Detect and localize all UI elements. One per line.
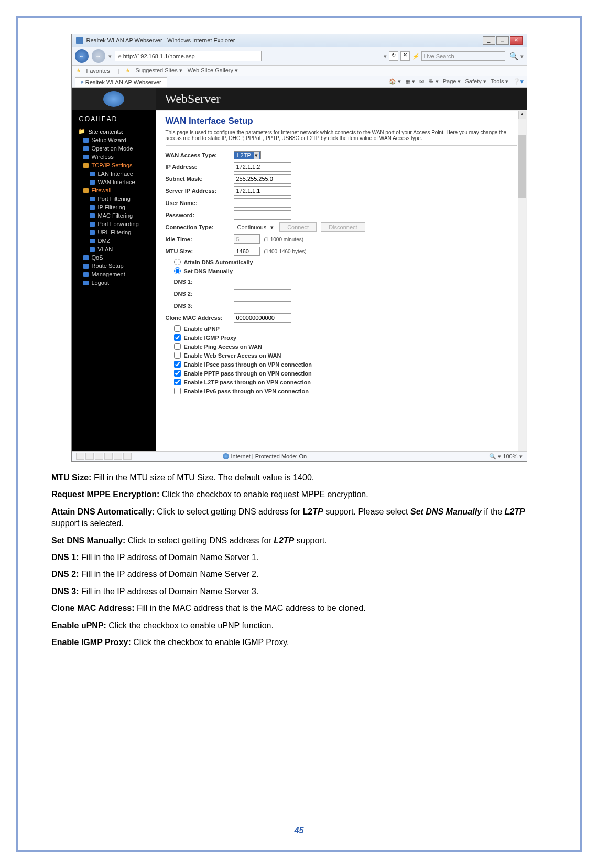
sidebar-item-port-filtering[interactable]: Port Filtering	[74, 195, 154, 203]
sidebar-item-tcpip[interactable]: TCP/IP Settings	[74, 161, 154, 169]
dns1-input[interactable]	[234, 277, 291, 286]
sidebar-item-vlan[interactable]: VLAN	[74, 245, 154, 253]
mtu-size-input[interactable]	[234, 247, 260, 256]
enable-upnp-label: Enable uPNP	[184, 326, 220, 332]
content-desc: This page is used to configure the param…	[166, 130, 517, 146]
disconnect-button[interactable]: Disconnect	[321, 222, 365, 232]
enable-ipsec-checkbox[interactable]	[174, 361, 181, 368]
suggested-sites-link[interactable]: Suggested Sites ▾	[136, 67, 182, 74]
close-button[interactable]: ✕	[510, 36, 523, 45]
sidebar: GOAHEAD 📁 Site contents: Setup Wizard Op…	[72, 110, 156, 451]
safety-menu[interactable]: Safety ▾	[465, 78, 486, 85]
feeds-icon[interactable]: ▦ ▾	[405, 78, 415, 85]
sidebar-item-wan[interactable]: WAN Interface	[74, 178, 154, 186]
zoom-level[interactable]: 100%	[503, 453, 517, 459]
username-input[interactable]	[234, 198, 291, 208]
back-button[interactable]: ←	[75, 49, 89, 63]
sidebar-item-wireless[interactable]: Wireless	[74, 153, 154, 161]
favorites-bar: ★ Favorites | ★ Suggested Sites ▾ Web Sl…	[72, 66, 527, 76]
mtu-size-hint: (1400-1460 bytes)	[264, 249, 307, 254]
globe-icon	[103, 91, 124, 107]
window-title: Realtek WLAN AP Webserver - Windows Inte…	[86, 37, 235, 44]
browser-tab[interactable]: e Realtek WLAN AP Webserver	[75, 77, 167, 87]
enable-web-checkbox[interactable]	[174, 352, 181, 359]
goahead-logo: GOAHEAD	[74, 113, 154, 127]
page-number: 45	[18, 826, 580, 835]
password-input[interactable]	[234, 210, 291, 220]
sidebar-item-lan[interactable]: LAN Interface	[74, 169, 154, 178]
sidebar-item-route-setup[interactable]: Route Setup	[74, 262, 154, 270]
home-icon[interactable]: 🏠 ▾	[389, 78, 401, 85]
conn-type-select[interactable]: Continuous▾	[234, 223, 276, 231]
favorites-label[interactable]: Favorites	[86, 68, 110, 74]
scroll-up-icon[interactable]: ▴	[518, 111, 526, 119]
enable-igmp-label: Enable IGMP Proxy	[184, 335, 237, 341]
maximize-button[interactable]: □	[496, 36, 509, 45]
help-icon[interactable]: ❔▾	[513, 78, 524, 85]
ip-address-input[interactable]	[234, 162, 291, 172]
page-menu[interactable]: Page ▾	[443, 78, 461, 85]
dns3-label: DNS 3:	[174, 303, 234, 309]
sidebar-item-firewall[interactable]: Firewall	[74, 186, 154, 195]
enable-l2tp-checkbox[interactable]	[174, 379, 181, 385]
sidebar-item-port-forwarding[interactable]: Port Forwarding	[74, 220, 154, 228]
enable-ping-label: Enable Ping Access on WAN	[184, 344, 262, 350]
sidebar-item-mac-filtering[interactable]: MAC Filtering	[74, 211, 154, 220]
username-label: User Name:	[166, 200, 234, 206]
sidebar-item-setup-wizard[interactable]: Setup Wizard	[74, 136, 154, 144]
live-search-icon: ⚡	[412, 53, 419, 60]
scrollbar-thumb[interactable]	[518, 135, 526, 198]
sidebar-item-qos[interactable]: QoS	[74, 253, 154, 262]
enable-ipv6-label: Enable IPv6 pass through on VPN connecti…	[184, 388, 309, 394]
refresh-icon[interactable]: ↻	[389, 51, 398, 61]
search-input[interactable]: Live Search	[421, 51, 505, 61]
server-ip-input[interactable]	[234, 186, 291, 196]
set-dns-radio[interactable]	[174, 267, 181, 274]
fav-star-icon: ★	[125, 67, 131, 74]
ip-address-label: IP Address:	[166, 164, 234, 170]
enable-pptp-label: Enable PPTP pass through on VPN connecti…	[184, 370, 312, 377]
window-controls: _ □ ✕	[483, 36, 523, 45]
enable-ipv6-checkbox[interactable]	[174, 388, 181, 394]
clone-mac-input[interactable]	[234, 313, 291, 323]
address-bar: ← → ▾ e http://192.168.1.1/home.asp ▾ ↻ …	[72, 47, 527, 66]
sidebar-item-logout[interactable]: Logout	[74, 278, 154, 287]
attain-dns-label: Attain DNS Automatically	[184, 259, 253, 265]
sidebar-item-operation-mode[interactable]: Operation Mode	[74, 144, 154, 153]
wan-access-select[interactable]: L2TP	[234, 151, 261, 159]
stop-icon[interactable]: ✕	[400, 51, 410, 61]
sidebar-item-ip-filtering[interactable]: IP Filtering	[74, 203, 154, 211]
enable-ipsec-label: Enable IPsec pass through on VPN connect…	[184, 361, 312, 368]
enable-pptp-checkbox[interactable]	[174, 370, 181, 377]
web-slice-link[interactable]: Web Slice Gallery ▾	[188, 67, 238, 74]
content-scrollbar[interactable]: ▴	[518, 111, 526, 451]
dns1-label: DNS 1:	[174, 278, 234, 285]
enable-web-label: Enable Web Server Access on WAN	[184, 352, 281, 359]
print-icon[interactable]: 🖶 ▾	[428, 78, 439, 85]
read-mail-icon[interactable]: ✉	[419, 78, 424, 85]
search-icon[interactable]: 🔍	[509, 52, 518, 60]
enable-igmp-checkbox[interactable]	[174, 334, 181, 341]
idle-time-input	[234, 234, 260, 244]
enable-upnp-checkbox[interactable]	[174, 325, 181, 332]
favorites-star-icon[interactable]: ★	[76, 67, 81, 74]
sidebar-item-dmz[interactable]: DMZ	[74, 237, 154, 245]
dns2-input[interactable]	[234, 289, 291, 298]
subnet-mask-label: Subnet Mask:	[166, 176, 234, 182]
forward-button[interactable]: →	[92, 49, 105, 63]
conn-type-label: Connection Type:	[166, 224, 234, 230]
sidebar-root[interactable]: 📁 Site contents:	[74, 127, 154, 136]
attain-dns-radio[interactable]	[174, 259, 181, 265]
sidebar-item-management[interactable]: Management	[74, 270, 154, 278]
enable-ping-checkbox[interactable]	[174, 343, 181, 350]
document-body: MTU Size: Fill in the MTU size of MTU Si…	[51, 472, 547, 648]
dns3-input[interactable]	[234, 301, 291, 310]
url-input[interactable]: e http://192.168.1.1/home.asp	[115, 51, 262, 61]
connect-button[interactable]: Connect	[279, 222, 317, 232]
tab-bar: e Realtek WLAN AP Webserver 🏠 ▾ ▦ ▾ ✉ 🖶 …	[72, 76, 527, 88]
sidebar-item-url-filtering[interactable]: URL Filtering	[74, 228, 154, 237]
tools-menu[interactable]: Tools ▾	[491, 78, 509, 85]
subnet-mask-input[interactable]	[234, 174, 291, 184]
minimize-button[interactable]: _	[483, 36, 495, 45]
zoom-icon[interactable]: 🔍 ▾	[489, 453, 501, 459]
